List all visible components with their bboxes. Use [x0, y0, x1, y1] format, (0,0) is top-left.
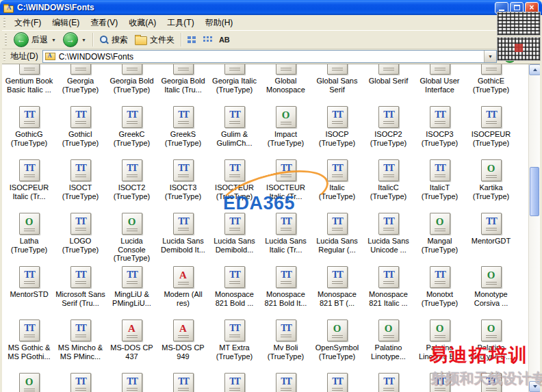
- font-item[interactable]: TTLucida Sans Demibold...: [209, 211, 260, 265]
- font-item[interactable]: TTLucida Sans Unicode ...: [363, 211, 414, 265]
- font-item[interactable]: TTLOGO (TrueType): [55, 211, 106, 265]
- font-item[interactable]: OPalatino Linotype...: [363, 318, 414, 371]
- font-item[interactable]: OLatha (TrueType): [3, 211, 55, 265]
- font-item[interactable]: TTLucida Sans Demibold It...: [157, 211, 209, 265]
- scrollbar-thumb[interactable]: [530, 167, 539, 216]
- font-item[interactable]: TTMS Gothic & MS PGothi...: [3, 318, 55, 371]
- menu-item-view[interactable]: 查看(V): [85, 15, 123, 31]
- scroll-down-button[interactable]: [529, 381, 540, 392]
- font-item[interactable]: TTMT Extra (TrueType): [209, 318, 260, 371]
- font-item[interactable]: OPalatino Linotype B...: [414, 318, 465, 371]
- font-item[interactable]: TTMonospace 821 Bold ...: [209, 265, 260, 318]
- font-item[interactable]: OImpact (TrueType): [260, 105, 311, 158]
- font-item[interactable]: TTGothicI (TrueType): [55, 105, 106, 158]
- font-item[interactable]: TTMonospace 821 Italic ...: [363, 265, 414, 318]
- font-item[interactable]: TT: [106, 371, 157, 392]
- font-item[interactable]: TTMonospace 821 BT (...: [311, 265, 363, 318]
- font-item[interactable]: TTGlobal Monospace: [260, 64, 311, 105]
- menu-item-help[interactable]: 帮助(H): [200, 15, 239, 31]
- font-item[interactable]: TT: [260, 371, 311, 392]
- menu-item-favorites[interactable]: 收藏(A): [123, 15, 162, 31]
- font-item[interactable]: TTItalicT (TrueType): [414, 158, 465, 211]
- font-item[interactable]: AModern (All res): [157, 265, 209, 318]
- font-item[interactable]: TT: [465, 371, 517, 392]
- font-item[interactable]: TTMv Boli (TrueType): [260, 318, 311, 371]
- list-view-button[interactable]: [200, 31, 216, 48]
- back-button[interactable]: ← 后退 ▼: [10, 31, 60, 48]
- font-item[interactable]: TT: [414, 371, 465, 392]
- font-item[interactable]: OPalatino Linotype B...: [465, 318, 517, 371]
- font-item[interactable]: TTItalic (TrueType): [311, 158, 363, 211]
- maximize-button[interactable]: [510, 2, 524, 14]
- font-item[interactable]: TT: [311, 371, 363, 392]
- font-item[interactable]: TTGeorgia (TrueType): [55, 64, 106, 105]
- minimize-button[interactable]: [495, 2, 508, 14]
- vertical-scrollbar[interactable]: [528, 64, 540, 392]
- font-item[interactable]: TTMentorSTD: [3, 265, 55, 318]
- close-button[interactable]: ×: [525, 2, 539, 14]
- arrow-down-icon: [533, 385, 537, 388]
- font-item[interactable]: TTGentium Book Basic Italic ...: [3, 64, 55, 105]
- font-item[interactable]: TTMingLiU & PMingLiU...: [106, 265, 157, 318]
- font-item[interactable]: TTGreekS (TrueType): [157, 105, 209, 158]
- address-combo[interactable]: A C:\WINDOWS\Fonts ▼: [42, 50, 497, 63]
- title-bar[interactable]: A C:\WINDOWS\Fonts ×: [0, 0, 542, 15]
- go-button[interactable]: → 转到: [499, 51, 540, 63]
- font-item[interactable]: TTItalicC (TrueType): [363, 158, 414, 211]
- font-item[interactable]: TTGreekC (TrueType): [106, 105, 157, 158]
- font-item[interactable]: OMonotype Corsiva ...: [465, 265, 517, 318]
- font-item[interactable]: TTISOCT (TrueType): [55, 158, 106, 211]
- font-item[interactable]: TTGeorgia Bold (TrueType): [106, 64, 157, 105]
- font-item[interactable]: TTGulim & GulimCh...: [209, 105, 260, 158]
- font-item[interactable]: TT: [55, 371, 106, 392]
- font-item[interactable]: TTISOCTEUR Italic (Tr...: [260, 158, 311, 211]
- font-item-label: Gulim & GulimCh...: [209, 130, 260, 147]
- font-item[interactable]: OMangal (TrueType): [414, 211, 465, 265]
- font-item[interactable]: TT: [157, 371, 209, 392]
- font-item[interactable]: TTMonotxt (TrueType): [414, 265, 465, 318]
- similarity-view-button[interactable]: AB: [216, 31, 233, 48]
- font-item[interactable]: TTMonospace 821 Bold It...: [260, 265, 311, 318]
- toolbar-grip[interactable]: [3, 18, 5, 27]
- font-item[interactable]: TTMS Mincho & MS PMinc...: [55, 318, 106, 371]
- font-item[interactable]: TT: [363, 371, 414, 392]
- font-item[interactable]: TTGlobal Sans Serif: [311, 64, 363, 105]
- font-item[interactable]: TT: [209, 371, 260, 392]
- toolbar-grip[interactable]: [3, 52, 5, 61]
- font-item[interactable]: TTISOCT3 (TrueType): [157, 158, 209, 211]
- font-item[interactable]: TTLucida Sans Regular (...: [311, 211, 363, 265]
- font-item[interactable]: OKartika (TrueType): [465, 158, 517, 211]
- font-item[interactable]: AMS-DOS CP 949: [157, 318, 209, 371]
- font-item[interactable]: TTISOCTEUR (TrueType): [209, 158, 260, 211]
- font-item[interactable]: TTISOCPEUR (TrueType): [465, 105, 517, 158]
- large-icons-view-button[interactable]: [184, 31, 200, 48]
- font-item[interactable]: TTMicrosoft Sans Serif (Tru...: [55, 265, 106, 318]
- font-item[interactable]: TTISOCT2 (TrueType): [106, 158, 157, 211]
- font-item[interactable]: TTMentorGDT: [465, 211, 517, 265]
- forward-button[interactable]: → ▼: [60, 31, 90, 48]
- font-item[interactable]: O: [3, 371, 55, 392]
- font-item[interactable]: TTGeorgia Bold Italic (Tru...: [157, 64, 209, 105]
- toolbar-grip[interactable]: [5, 34, 7, 46]
- folders-button[interactable]: 文件夹: [131, 31, 178, 48]
- search-button[interactable]: 搜索: [96, 31, 131, 48]
- font-item[interactable]: OOpenSymbol (TrueType): [311, 318, 363, 371]
- scroll-up-button[interactable]: [529, 64, 540, 75]
- font-item[interactable]: TTGothicG (TrueType): [3, 105, 55, 158]
- font-item[interactable]: TTGothicE (TrueType): [465, 64, 517, 105]
- address-dropdown-button[interactable]: ▼: [484, 51, 496, 62]
- font-item[interactable]: TTISOCP3 (TrueType): [414, 105, 465, 158]
- font-item[interactable]: OLucida Console (TrueType): [106, 211, 157, 265]
- menu-item-tools[interactable]: 工具(T): [162, 15, 199, 31]
- font-item[interactable]: TTISOCPEUR Italic (Tr...: [3, 158, 55, 211]
- font-item[interactable]: TTGeorgia Italic (TrueType): [209, 64, 260, 105]
- truetype-font-icon: TT: [378, 106, 399, 128]
- menu-item-edit[interactable]: 编辑(E): [47, 15, 85, 31]
- font-item[interactable]: TTGlobal Serif: [363, 64, 414, 105]
- font-item[interactable]: AMS-DOS CP 437: [106, 318, 157, 371]
- font-item[interactable]: TTLucida Sans Italic (Tr...: [260, 211, 311, 265]
- menu-item-file[interactable]: 文件(F): [9, 15, 47, 31]
- font-item[interactable]: TTISOCP (TrueType): [311, 105, 363, 158]
- font-item[interactable]: TTGlobal User Interface: [414, 64, 465, 105]
- font-item[interactable]: TTISOCP2 (TrueType): [363, 105, 414, 158]
